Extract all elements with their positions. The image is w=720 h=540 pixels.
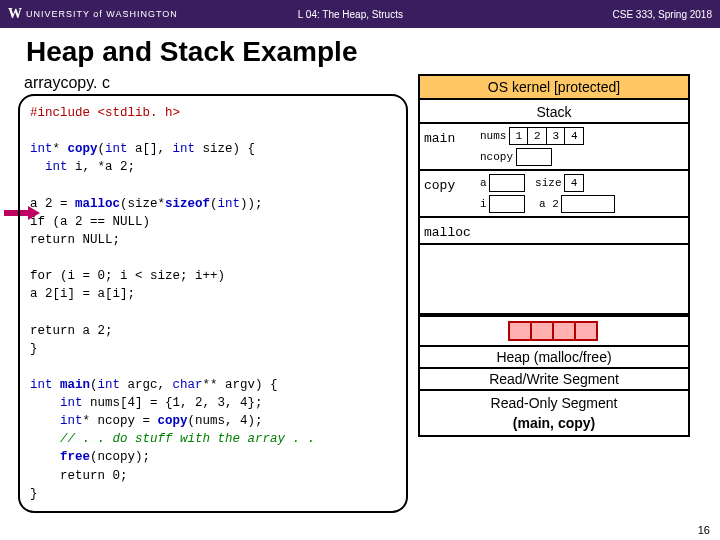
heap-segment: Heap (malloc/free)	[420, 347, 688, 369]
page-number: 16	[698, 524, 710, 536]
w-logo-icon: W	[8, 6, 22, 22]
ro-segment: Read-Only Segment (main, copy)	[420, 391, 688, 437]
os-kernel-segment: OS kernel [protected]	[420, 74, 688, 100]
memory-gap	[420, 245, 688, 315]
stack-frame-copy: copy a size 4 i a 2	[420, 171, 688, 218]
stack-frame-main: main nums 1 2 3 4 ncopy	[420, 124, 688, 171]
file-name: arraycopy. c	[24, 74, 408, 92]
course-code: CSE 333, Spring 2018	[612, 9, 712, 20]
slide-title: Heap and Stack Example	[26, 36, 720, 68]
rw-segment: Read/Write Segment	[420, 369, 688, 391]
stack-frame-malloc: malloc	[420, 218, 688, 245]
code-block: #include <stdlib. h> int* copy(int a[], …	[18, 94, 408, 513]
top-bar: W UNIVERSITY of WASHINGTON L 04: The Hea…	[0, 0, 720, 28]
heap-allocation	[420, 315, 688, 347]
university-name: UNIVERSITY of WASHINGTON	[26, 9, 178, 19]
stack-header: Stack	[420, 100, 688, 124]
memory-diagram: OS kernel [protected] Stack main nums 1 …	[418, 74, 690, 437]
lecture-title: L 04: The Heap, Structs	[298, 9, 403, 20]
university-logo: W UNIVERSITY of WASHINGTON	[8, 6, 178, 22]
